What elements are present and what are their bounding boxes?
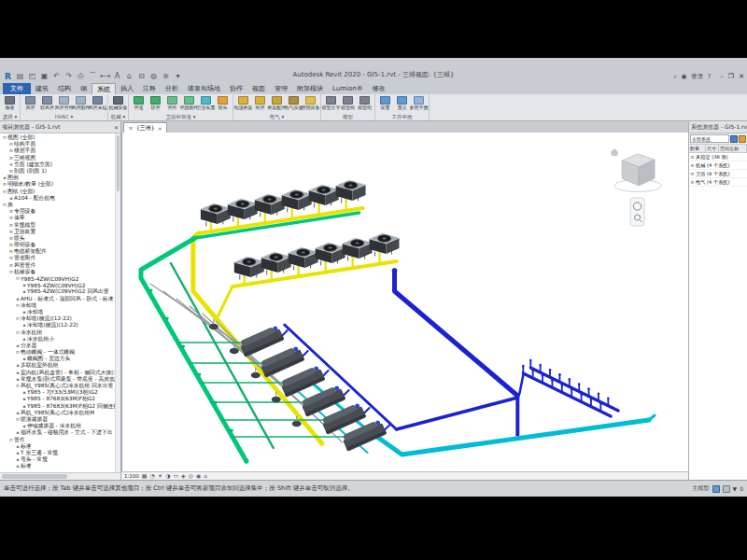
temporary-hide-isolate-icon[interactable]: ◎ xyxy=(189,472,193,480)
tree-expand-icon[interactable]: ⊞ xyxy=(690,180,695,185)
main-model-dropdown[interactable]: 主模型 xyxy=(693,484,710,493)
ribbon-tool-照明设备[interactable]: 照明设备 xyxy=(303,95,318,114)
view-scale[interactable]: 1:100 xyxy=(124,473,139,479)
account-icon[interactable]: ◉ xyxy=(682,73,687,80)
system-row[interactable]: ⊞ 电气 (4 个系统) xyxy=(689,178,747,187)
autofit-columns-icon[interactable] xyxy=(730,135,738,143)
text-icon[interactable]: A xyxy=(112,72,122,81)
view-tab-close-icon[interactable]: × xyxy=(158,125,162,132)
ribbon-tool-卫浴装置[interactable]: 卫浴装置 xyxy=(198,95,214,114)
ribbon-tool-参照平面[interactable]: 参照平面 xyxy=(411,95,427,114)
restore-button[interactable]: ❐ xyxy=(728,73,734,80)
ribbon-tab[interactable]: 体量和场地 xyxy=(183,83,225,94)
ribbon-tool-线管[interactable]: 线管 xyxy=(252,95,268,114)
file-tab[interactable]: 文件 xyxy=(3,83,31,94)
ribbon-tool-电气设备[interactable]: 电气设备 xyxy=(286,95,302,114)
print-icon[interactable]: ⎙ xyxy=(76,72,86,81)
chiller-unit[interactable] xyxy=(259,345,304,378)
ribbon-tool-风管[interactable]: 风管 xyxy=(22,95,38,114)
project-browser-vscrollbar[interactable] xyxy=(115,133,120,472)
crop-region-icon[interactable]: ◈ xyxy=(181,472,186,480)
visual-style-icon[interactable]: ◔ xyxy=(150,472,155,480)
search-icon[interactable]: ⌕ xyxy=(674,73,678,80)
tree-item[interactable]: ▪ 冷水机组小 xyxy=(0,336,115,343)
tree-item[interactable]: ▪ A104 - 配合机电 xyxy=(0,195,115,202)
measure-icon[interactable]: ⌒ xyxy=(88,72,98,81)
tree-expand-icon[interactable]: ⊞ xyxy=(690,155,695,160)
ribbon-tool-模型组[interactable]: 模型组 xyxy=(357,95,373,114)
filter-icon[interactable]: ▼ xyxy=(733,485,738,492)
chiller-unit[interactable] xyxy=(279,365,325,398)
open-icon[interactable]: ◰ xyxy=(27,72,37,81)
ribbon-tab[interactable]: 建筑 xyxy=(31,83,53,94)
render-icon[interactable]: ◍ xyxy=(148,72,159,81)
ribbon-tab[interactable]: 系统 xyxy=(92,83,116,94)
ribbon-tool-模型文字[interactable]: 模型文字 xyxy=(323,95,339,114)
revit-logo[interactable]: R xyxy=(3,72,13,81)
systems-dropdown[interactable]: 全部系统 xyxy=(690,134,729,143)
tree-item[interactable]: ▪ 风机_Y985(离心式)冷水机组M xyxy=(0,410,115,416)
ribbon-tool-管路附件[interactable]: 管路附件 xyxy=(181,95,197,114)
ribbon-tool-模型线[interactable]: 模型线 xyxy=(340,95,356,114)
ribbon-tab[interactable]: 注释 xyxy=(138,83,161,94)
system-row[interactable]: ⊞ 机械 (4 个系统) xyxy=(689,161,747,170)
column-settings-icon[interactable] xyxy=(739,135,746,143)
pipes-manifold-blue[interactable] xyxy=(519,368,618,416)
navigation-bar[interactable] xyxy=(630,198,644,226)
drawing-canvas[interactable] xyxy=(121,133,688,471)
ribbon-tool-风管附件[interactable]: 风管附件 xyxy=(73,95,89,114)
chiller-unit[interactable] xyxy=(238,325,284,357)
ribbon-tab[interactable]: 管理 xyxy=(270,83,292,94)
view-tab-3d[interactable]: ⊞ {三维} × xyxy=(123,122,167,133)
design-options-icon[interactable] xyxy=(723,485,730,493)
minimize-button[interactable]: – xyxy=(720,73,724,80)
ribbon-tool-管道[interactable]: 管道 xyxy=(131,95,147,114)
ribbon-tool-设置[interactable]: 设置 xyxy=(377,95,393,114)
ribbon-tab[interactable]: 修改 xyxy=(368,83,390,94)
system-row[interactable]: ⊞ 未指定 (38 项) xyxy=(689,153,747,161)
ribbon-tool-显示[interactable]: 显示 xyxy=(394,95,410,114)
help-icon[interactable]: ? xyxy=(708,73,712,80)
undo-icon[interactable]: ↶ xyxy=(51,72,62,81)
shadows-icon[interactable]: ◑ xyxy=(165,472,170,480)
ribbon-tab[interactable]: 钢 xyxy=(76,83,92,94)
view-cube[interactable] xyxy=(611,148,661,192)
tree-item[interactable]: ▪ T 形三通 - 常规 xyxy=(0,450,115,456)
thin-lines-icon[interactable]: ≋ xyxy=(161,72,171,81)
tree-expand-icon[interactable]: ⊞ xyxy=(690,172,695,176)
sun-path-icon[interactable]: ☀ xyxy=(158,472,162,480)
ribbon-tool-桥架配件[interactable]: 桥架配件 xyxy=(269,95,285,114)
tree-item[interactable]: ⊟ 机械设备 xyxy=(0,269,115,275)
system-row[interactable]: ⊞ 卫浴 (9 个系统) xyxy=(689,170,747,178)
section-icon[interactable]: ⊟ xyxy=(136,72,147,81)
customize-qat-icon[interactable]: ▾ xyxy=(173,72,183,81)
ribbon-tool-软管[interactable]: 软管 xyxy=(148,95,163,114)
default-3d-view-icon[interactable]: ⌂ xyxy=(124,72,134,81)
ribbon-tool-喷头[interactable]: 喷头 xyxy=(215,95,231,114)
tree-item[interactable]: ⊟ 冷水机组 xyxy=(0,329,115,335)
ribbon-tab[interactable]: 分析 xyxy=(161,83,183,94)
reveal-hidden-icon[interactable]: ◉ xyxy=(196,472,201,480)
ribbon-tool-修改[interactable]: 修改 xyxy=(2,95,18,114)
project-browser-close-icon[interactable]: ✕ xyxy=(114,124,119,131)
ribbon-tab[interactable]: 插入 xyxy=(116,83,138,94)
tree-expand-icon[interactable]: ⊞ xyxy=(690,163,695,168)
ribbon-tool-风管管件[interactable]: 风管管件 xyxy=(56,95,72,114)
ribbon-tab[interactable]: Lumion® xyxy=(328,83,368,94)
close-button[interactable]: ✕ xyxy=(739,73,744,80)
file-menu-icon[interactable]: ▤ xyxy=(15,72,25,81)
redo-icon[interactable]: ↷ xyxy=(63,72,74,81)
ribbon-tool-管件[interactable]: 管件 xyxy=(164,95,180,114)
ribbon-tab[interactable]: 视图 xyxy=(247,83,270,94)
ribbon-tool-风管末端[interactable]: 风管末端 xyxy=(90,95,106,114)
tree-item[interactable]: ⊟ 管件 xyxy=(0,436,115,442)
tree-item[interactable]: ▪ AHU - 标准式 - 顶部回风 - 卧式 - 标准 - 2000 - 10… xyxy=(0,296,115,302)
ribbon-tab[interactable]: 协作 xyxy=(225,83,247,94)
sign-in-button[interactable]: 登录 xyxy=(691,72,704,81)
analytical-model-icon[interactable]: ⌂ xyxy=(204,472,207,480)
tree-item[interactable]: ⊟ 冷却塔 xyxy=(0,302,115,309)
tree-item[interactable]: ▪ 标准 xyxy=(0,463,115,469)
save-icon[interactable]: ▣ xyxy=(39,72,49,81)
ribbon-tool-电缆桥架[interactable]: 电缆桥架 xyxy=(235,95,251,114)
ribbon-tool-机械设备[interactable]: 机械设备 xyxy=(110,95,126,114)
